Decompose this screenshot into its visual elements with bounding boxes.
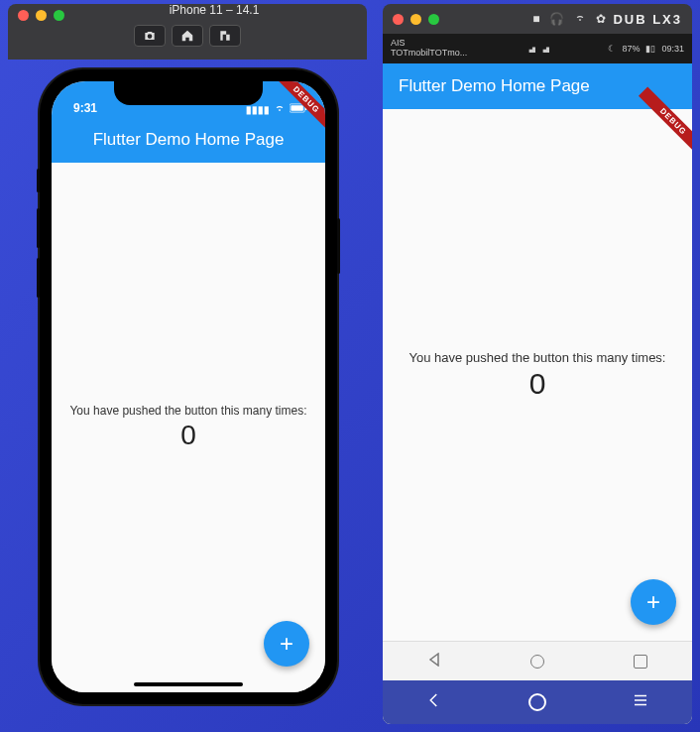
android-mirror-window: ■ 🎧 ✿ DUB LX3 AIS TOTmobilTOTmo... ☾ 87%… — [383, 4, 692, 724]
ios-status-icons: ▮▮▮▮ — [246, 103, 307, 115]
zoom-window-button[interactable] — [54, 10, 64, 21]
android-device-name: DUB LX3 — [613, 12, 682, 27]
ios-clock: 9:31 — [73, 101, 97, 115]
mute-switch[interactable] — [37, 169, 40, 192]
screenshot-button[interactable] — [134, 25, 166, 47]
iphone-screen: 9:31 ▮▮▮▮ Flutter Demo Home Page DEBUG Y… — [52, 81, 325, 692]
plus-icon: + — [280, 630, 293, 658]
android-window-titlebar: ■ 🎧 ✿ DUB LX3 — [383, 4, 692, 34]
android-title-icons: ■ 🎧 ✿ — [532, 12, 606, 26]
home-button[interactable] — [528, 693, 546, 711]
wifi-icon — [574, 12, 586, 26]
ios-app-bar: Flutter Demo Home Page — [52, 117, 325, 163]
ios-app-title: Flutter Demo Home Page — [93, 130, 285, 150]
simulator-toolbar — [8, 25, 367, 47]
svg-rect-1 — [291, 105, 302, 111]
signal-icon — [525, 45, 535, 53]
close-window-button[interactable] — [393, 14, 404, 25]
counter-value: 0 — [180, 420, 196, 451]
rotate-button[interactable] — [209, 25, 241, 47]
android-bottom-nav — [383, 680, 692, 724]
android-soft-nav — [383, 641, 692, 680]
gear-icon: ✿ — [596, 12, 606, 26]
camera-icon: ■ — [532, 12, 539, 26]
back-button[interactable] — [424, 691, 444, 714]
zoom-window-button[interactable] — [428, 14, 439, 25]
android-screen: AIS TOTmobilTOTmo... ☾ 87% ▮▯ 09:31 Flut… — [383, 34, 692, 724]
dnd-icon: ☾ — [608, 44, 616, 54]
ios-window-title: iPhone 11 – 14.1 — [71, 3, 357, 17]
clock: 09:31 — [661, 44, 684, 54]
back-button[interactable] — [427, 653, 441, 671]
carrier-line2: TOTmobilTOTmo... — [391, 49, 467, 59]
home-indicator[interactable] — [134, 682, 243, 686]
iphone-device-frame: 9:31 ▮▮▮▮ Flutter Demo Home Page DEBUG Y… — [40, 69, 337, 704]
status-right: ☾ 87% ▮▯ 09:31 — [608, 44, 684, 54]
power-button[interactable] — [337, 218, 340, 274]
home-button[interactable] — [530, 655, 544, 669]
plus-icon: + — [646, 588, 660, 616]
close-window-button[interactable] — [18, 10, 29, 21]
android-app-body: DEBUG You have pushed the button this ma… — [383, 109, 692, 641]
signal-cluster — [525, 45, 549, 53]
home-button[interactable] — [172, 25, 203, 47]
counter-label: You have pushed the button this many tim… — [69, 404, 306, 418]
recents-button[interactable] — [634, 655, 647, 669]
carrier-label: AIS TOTmobilTOTmo... — [391, 39, 467, 59]
android-app-title: Flutter Demo Home Page — [399, 76, 590, 96]
ios-app-body: You have pushed the button this many tim… — [52, 163, 325, 692]
headphones-icon: 🎧 — [549, 12, 564, 26]
wifi-icon — [274, 103, 286, 115]
ios-simulator-titlebar: iPhone 11 – 14.1 — [8, 4, 367, 60]
battery-icon: ▮▯ — [645, 44, 655, 54]
volume-down-button[interactable] — [37, 258, 40, 298]
increment-fab[interactable]: + — [631, 579, 676, 625]
window-controls: iPhone 11 – 14.1 — [8, 4, 367, 21]
notch — [114, 81, 263, 105]
battery-percent: 87% — [622, 44, 640, 54]
signal-icon — [539, 45, 549, 53]
minimize-window-button[interactable] — [410, 14, 421, 25]
minimize-window-button[interactable] — [36, 10, 47, 21]
volume-up-button[interactable] — [37, 208, 40, 248]
menu-button[interactable] — [631, 691, 650, 714]
counter-label: You have pushed the button this many tim… — [409, 350, 666, 365]
increment-fab[interactable]: + — [264, 621, 309, 667]
android-status-bar: AIS TOTmobilTOTmo... ☾ 87% ▮▯ 09:31 — [383, 34, 692, 63]
signal-icon: ▮▮▮▮ — [246, 104, 270, 115]
counter-value: 0 — [529, 367, 546, 401]
